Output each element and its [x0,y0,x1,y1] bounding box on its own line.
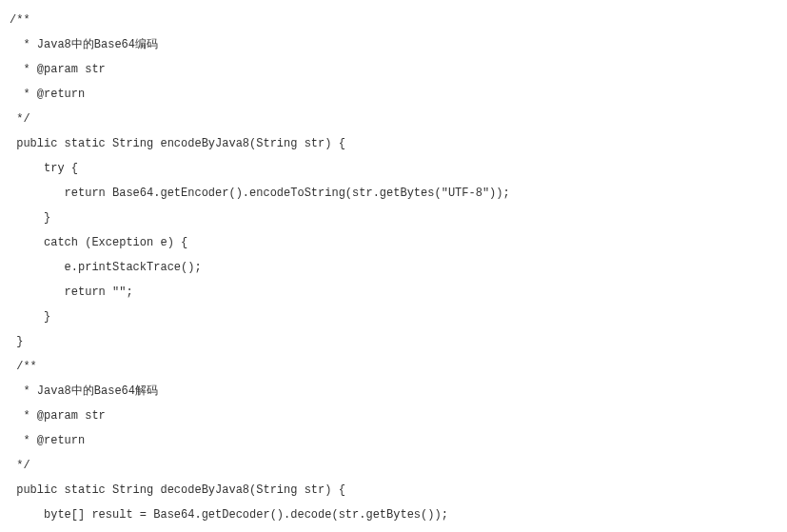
code-line: return ""; [10,286,133,299]
code-line: } [10,211,50,225]
code-line: */ [10,112,30,126]
code-block: /** * Java8中的Base64编码 * @param str * @re… [10,8,787,532]
code-line: * @param str [10,63,106,76]
code-line: byte[] result = Base64.getDecoder().deco… [10,508,448,522]
code-line: try { [10,162,78,175]
code-line: * Java8中的Base64解码 [10,384,158,398]
code-line: /** [10,13,30,27]
code-line: catch (Exception e) { [10,236,187,249]
code-line: * @return [10,88,85,101]
code-line: /** [10,360,37,373]
code-line: * Java8中的Base64编码 [10,38,158,51]
code-line: */ [10,459,30,472]
code-line: return Base64.getEncoder().encodeToStrin… [10,187,510,200]
code-line: public static String decodeByJava8(Strin… [10,483,345,497]
code-line: e.printStackTrace(); [10,261,202,274]
code-line: public static String encodeByJava8(Strin… [10,137,345,150]
code-line: * @param str [10,409,106,423]
code-line: } [10,335,23,348]
code-line: } [10,310,50,324]
code-line: * @return [10,434,85,447]
